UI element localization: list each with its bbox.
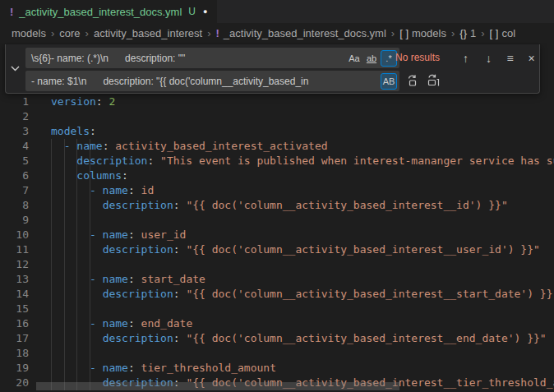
replace-all-button[interactable] [424, 71, 442, 90]
code-line[interactable]: 5 description: "This event is published … [0, 154, 554, 168]
code-line[interactable]: 6 columns: [0, 168, 554, 183]
code-token: columns [76, 169, 122, 182]
code-token: : [147, 154, 160, 167]
code-token [51, 169, 76, 182]
line-number[interactable]: 19 [0, 361, 29, 376]
code-token: : [128, 184, 141, 196]
breadcrumb-item[interactable]: activity_based_interest [94, 27, 202, 39]
code-line[interactable]: 3models: [0, 124, 554, 139]
line-number[interactable]: 14 [0, 287, 29, 302]
close-find-widget-button[interactable]: × [522, 48, 541, 67]
find-replace-widget: \s{6}- name: (.*)\n description: "" Aa a… [5, 44, 540, 94]
breadcrumb-label: _activity_based_interest_docs.yml [224, 27, 386, 39]
symbol-icon: [ ] [399, 27, 409, 39]
horizontal-scrollbar[interactable] [36, 382, 399, 390]
line-number[interactable]: 17 [0, 331, 29, 346]
find-in-selection-button[interactable]: ≡ [501, 48, 519, 67]
unsaved-changes-dot-icon[interactable]: ● [203, 7, 207, 16]
line-number[interactable]: 12 [0, 257, 29, 272]
preserve-case-toggle[interactable]: AB [381, 73, 397, 90]
code-token: : [173, 243, 187, 256]
line-number[interactable]: 5 [0, 154, 29, 168]
code-line[interactable]: 15 [0, 302, 554, 316]
code-line[interactable]: 14 description: "{{ doc('column__activit… [0, 287, 554, 302]
breadcrumb-item[interactable]: [ ]models [399, 27, 446, 39]
breadcrumb-item[interactable]: models [12, 27, 46, 39]
git-untracked-badge: U [188, 6, 196, 17]
toggle-replace-chevron[interactable] [6, 44, 24, 93]
next-match-button[interactable]: ↓ [479, 48, 498, 67]
code-token: : [128, 317, 141, 330]
line-number[interactable]: 9 [0, 213, 29, 228]
code-token: : [90, 125, 96, 137]
editor-pane[interactable]: 1version: 223models:4 - name: activity_b… [0, 43, 554, 392]
breadcrumb: models›core›activity_based_interest›!_ac… [0, 23, 554, 43]
code-line[interactable]: 9 [0, 213, 554, 228]
code-line[interactable]: 2 [0, 109, 554, 124]
code-token [51, 154, 76, 167]
line-number[interactable]: 8 [0, 198, 29, 213]
code-token [51, 228, 90, 241]
code-line[interactable]: 18 [0, 346, 554, 361]
code-token [51, 288, 103, 300]
code-line[interactable]: 7 - name: id [0, 183, 554, 198]
line-number[interactable]: 7 [0, 183, 29, 198]
line-number[interactable]: 3 [0, 124, 29, 139]
whole-word-toggle[interactable]: ab [363, 50, 380, 67]
breadcrumb-item[interactable]: core [59, 27, 80, 39]
yaml-file-icon: ! [10, 6, 13, 18]
code-line[interactable]: 17 description: "{{ doc('column__activit… [0, 331, 554, 346]
breadcrumb-item[interactable]: !_activity_based_interest_docs.yml [216, 27, 386, 39]
line-number[interactable]: 1 [0, 95, 29, 109]
code-line[interactable]: 16 - name: end_date [0, 316, 554, 331]
line-number[interactable]: 15 [0, 302, 29, 316]
line-number[interactable]: 2 [0, 109, 29, 124]
line-number[interactable]: 20 [0, 376, 29, 390]
code-token [51, 362, 90, 374]
breadcrumb-separator: › [391, 27, 395, 39]
breadcrumb-separator: › [451, 27, 455, 39]
tab-activity-based-interest-docs[interactable]: ! _activity_based_interest_docs.yml U ● [0, 0, 217, 23]
code-line[interactable]: 1version: 2 [0, 95, 554, 109]
code-token: - name [90, 184, 128, 196]
match-case-toggle[interactable]: Aa [346, 50, 362, 67]
regex-toggle[interactable]: .* [381, 50, 397, 67]
find-input-value[interactable]: \s{6}- name: (.*)\n description: "" [25, 53, 345, 64]
line-number[interactable]: 11 [0, 242, 29, 257]
code-token: : [173, 199, 187, 211]
code-line[interactable]: 10 - name: user_id [0, 228, 554, 242]
replace-button[interactable] [404, 71, 422, 90]
code-line[interactable]: 13 - name: start_date [0, 272, 554, 287]
code-token: : [173, 288, 187, 300]
line-number[interactable]: 18 [0, 346, 29, 361]
code-token: start_date [141, 273, 205, 285]
code-area[interactable]: 1version: 223models:4 - name: activity_b… [0, 95, 554, 390]
breadcrumb-separator: › [481, 27, 484, 39]
code-line[interactable]: 8 description: "{{ doc('column__activity… [0, 198, 554, 213]
breadcrumb-item[interactable]: {}1 [459, 27, 476, 39]
line-number[interactable]: 6 [0, 168, 29, 183]
code-token: : [128, 362, 141, 374]
code-token: : [122, 169, 128, 182]
code-token: "{{ doc('column__activity_based_interest… [186, 288, 554, 300]
code-token: "{{ doc('column__activity_based_interest… [186, 199, 507, 211]
code-token: - name [90, 317, 128, 330]
line-number[interactable]: 16 [0, 316, 29, 331]
replace-input[interactable]: - name: $1\n description: "{{ doc('colum… [25, 71, 399, 91]
replace-input-value[interactable]: - name: $1\n description: "{{ doc('colum… [25, 76, 380, 87]
code-token: : [96, 95, 109, 108]
line-number[interactable]: 10 [0, 228, 29, 242]
code-token: description [103, 288, 173, 300]
code-token: user_id [141, 228, 187, 241]
find-input[interactable]: \s{6}- name: (.*)\n description: "" Aa a… [25, 48, 399, 68]
line-number[interactable]: 4 [0, 139, 29, 154]
line-number[interactable]: 13 [0, 272, 29, 287]
code-line[interactable]: 12 [0, 257, 554, 272]
breadcrumb-separator: › [207, 27, 210, 39]
breadcrumb-item[interactable]: [ ]col [490, 27, 515, 39]
code-token: "{{ doc('column__activity_based_interest… [186, 243, 539, 256]
previous-match-button[interactable]: ↑ [456, 48, 475, 67]
code-line[interactable]: 19 - name: tier_threshold_amount [0, 361, 554, 376]
code-line[interactable]: 11 description: "{{ doc('column__activit… [0, 242, 554, 257]
code-line[interactable]: 4 - name: activity_based_interest_activa… [0, 139, 554, 154]
